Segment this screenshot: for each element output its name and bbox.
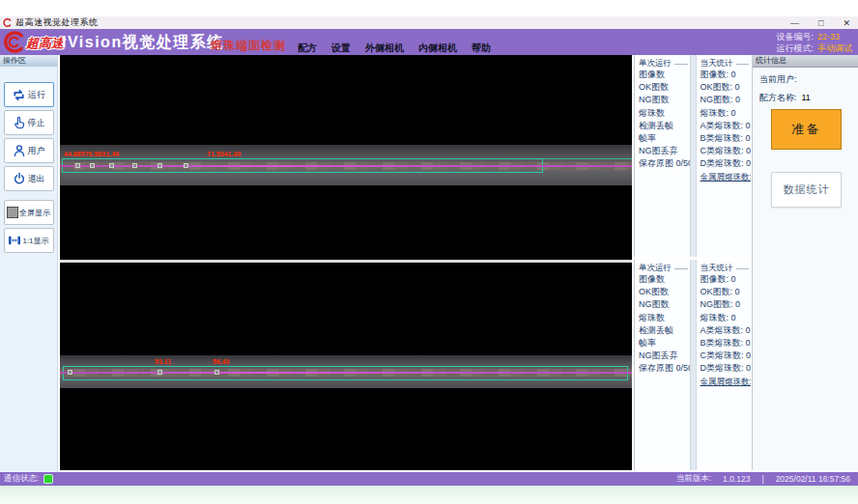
desktop-strip [0, 486, 858, 504]
data-statistics-button[interactable]: 数据统计 [771, 172, 842, 208]
stat-row: B类熔珠数: 0 [701, 337, 752, 350]
one-to-one-button-label: 1:1显示 [22, 236, 48, 246]
stat-row: 图像数: 0 [701, 273, 752, 286]
measure-marker [90, 163, 95, 168]
measure-marker [157, 163, 162, 168]
stop-hand-icon [13, 116, 26, 129]
menu-settings[interactable]: 设置 [331, 42, 351, 55]
recipe-name-label: 配方名称: [759, 93, 797, 102]
version-value: 1.0.123 [723, 474, 750, 484]
stat-row: C类熔珠数: 0 [701, 350, 752, 362]
weld-seam-line [60, 165, 632, 167]
power-icon [13, 172, 26, 185]
stat-row: OK图数: 0 [701, 81, 752, 94]
user-button[interactable]: 用户 [4, 138, 54, 163]
measure-marker [184, 163, 188, 168]
comm-status-led [43, 474, 53, 484]
weld-band: 44.88579.58X1.49 71.5341.49 [60, 145, 632, 185]
status-datetime: 2025/02/11 16:57:56 [776, 474, 850, 484]
stat-row: A类熔珠数: 0 [701, 324, 752, 337]
stat-row: NG图数: 0 [701, 298, 752, 311]
one-to-one-button[interactable]: 1:1显示 [4, 228, 54, 253]
statistics-info-panel: 统计信息 当前用户: 配方名称:11 准备 数据统计 [752, 55, 858, 470]
measurement-annotation: 71.5341.49 [207, 151, 241, 157]
stat-row: 图像数 [639, 69, 690, 81]
stat-row: D类熔珠数: 0 [701, 157, 752, 170]
current-user-label: 当前用户: [759, 74, 797, 84]
stat-row: 熔珠数: 0 [701, 312, 752, 324]
measure-marker [214, 370, 219, 375]
roi-edge-line [543, 158, 632, 159]
run-cycle-icon [12, 88, 26, 102]
status-bar: 通信状态: 当前版本: 1.0.123 | 2025/02/11 16:57:5… [0, 472, 858, 486]
stat-row: A类熔珠数: 0 [701, 120, 752, 132]
stat-row: NG图丢弃 [639, 145, 690, 157]
exit-button-label: 退出 [28, 173, 45, 185]
one-to-one-icon [8, 235, 21, 246]
brand-name: 超高速 [26, 35, 64, 52]
stat-row: 金属屑熔珠数: 0 [701, 171, 752, 183]
device-number-value: 22-33 [817, 32, 840, 42]
close-button[interactable]: ✕ [843, 18, 850, 28]
menu-recipe[interactable]: 配方 [298, 42, 317, 55]
measure-marker [132, 163, 137, 168]
stats-group-inner: 单次运行 图像数 OK图数 NG图数 熔珠数 检测丢帧 帧率 NG图丢弃 保存原… [634, 260, 751, 470]
user-button-label: 用户 [28, 145, 45, 157]
fullscreen-button[interactable]: 全屏显示 [4, 200, 54, 225]
stat-row: NG图数 [639, 298, 690, 311]
exit-button[interactable]: 退出 [4, 166, 54, 191]
stat-row: 检测丢帧 [639, 120, 690, 132]
app-window: 超高速视觉处理系统 — □ ✕ 超高速 IVision视觉处理系统 熔珠端面检测… [0, 0, 858, 504]
stat-row: 保存原图 0/500 [639, 157, 690, 170]
run-button[interactable]: 运行 [4, 82, 54, 107]
maximize-button[interactable]: □ [818, 18, 823, 28]
version-label: 当前版本: [676, 473, 711, 485]
stats-group-outer: 单次运行 图像数 OK图数 NG图数 熔珠数 检测丢帧 帧率 NG图丢弃 保存原… [634, 55, 751, 257]
stat-row: 图像数: 0 [701, 69, 752, 81]
fullscreen-button-label: 全屏显示 [19, 208, 50, 218]
fullscreen-icon [7, 207, 18, 218]
app-subtitle: 熔珠端面检测 [211, 38, 286, 54]
os-titlebar: 超高速视觉处理系统 — □ ✕ [0, 16, 858, 29]
stat-row: B类熔珠数: 0 [701, 132, 752, 145]
minimize-button[interactable]: — [790, 18, 799, 28]
device-number-label: 设备编号: [776, 32, 814, 42]
comm-status-label: 通信状态: [4, 473, 39, 485]
app-header: 超高速 IVision视觉处理系统 熔珠端面检测 配方 设置 外侧相机 内侧相机… [0, 29, 858, 55]
run-button-label: 运行 [28, 89, 45, 101]
stat-row: OK图数 [639, 81, 690, 94]
menu-help[interactable]: 帮助 [472, 42, 491, 55]
app-title: IVision视觉处理系统 [62, 33, 224, 53]
panel-divider [690, 260, 697, 470]
prepare-button[interactable]: 准备 [771, 109, 842, 150]
camera-view-outer: 44.88579.58X1.49 71.5341.49 [60, 55, 632, 260]
operation-sidebar: 操作区 运行 停止 [0, 55, 58, 472]
stop-button-label: 停止 [28, 117, 45, 129]
run-mode-value: 手动调试 [817, 43, 852, 53]
measure-marker [157, 370, 162, 375]
stat-row: OK图数: 0 [701, 286, 752, 298]
stat-row: NG图丢弃 [639, 350, 690, 362]
measure-marker [68, 370, 72, 375]
panel-title-daily: 当天统计 [701, 263, 733, 274]
measurement-annotation: 44.88579.58X1.49 [64, 151, 119, 157]
recipe-name-value: 11 [802, 93, 811, 102]
measure-marker [75, 163, 80, 168]
stat-row: C类熔珠数: 0 [701, 145, 752, 157]
stat-row: 保存原图 0/500 [639, 362, 690, 375]
stat-row: 图像数 [639, 273, 690, 286]
weld-band: 53.11 56.43 [60, 355, 632, 388]
camera-view-inner: 53.11 56.43 [60, 263, 632, 470]
menu-outer-camera[interactable]: 外侧相机 [365, 42, 404, 55]
stat-row: 熔珠数 [639, 107, 690, 120]
menu-inner-camera[interactable]: 内侧相机 [418, 42, 457, 55]
stat-row: 检测丢帧 [639, 324, 690, 337]
stat-row: OK图数 [639, 286, 690, 298]
stat-row: 熔珠数 [639, 312, 690, 324]
panel-title-single-run: 单次运行 [639, 263, 672, 274]
window-title: 超高速视觉处理系统 [15, 16, 99, 29]
app-logo-icon [3, 18, 12, 27]
stop-button[interactable]: 停止 [4, 110, 54, 135]
run-mode-label: 运行模式: [776, 43, 814, 53]
measure-marker [109, 163, 114, 168]
